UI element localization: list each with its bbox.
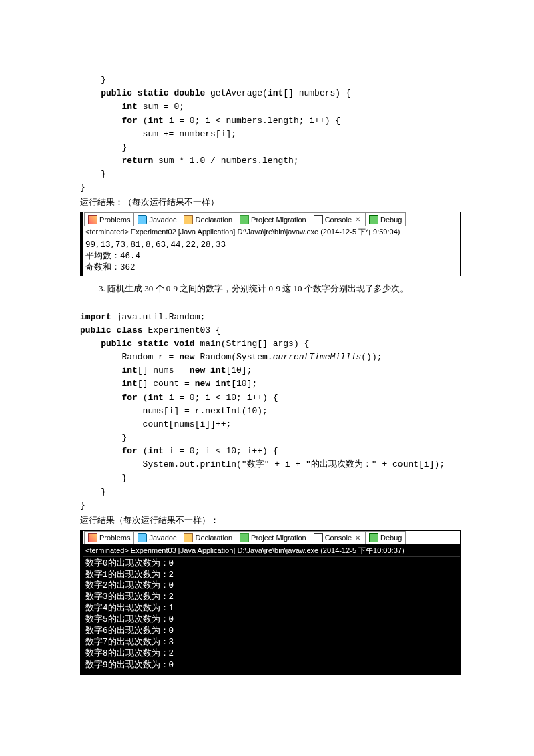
tab-label: Problems	[99, 534, 130, 542]
problems-icon	[88, 215, 97, 224]
tab-console[interactable]: Console✕	[310, 212, 366, 226]
tab-label: Javadoc	[149, 216, 176, 224]
console-panel-2: Problems Javadoc Declaration Project Mig…	[80, 530, 461, 675]
tab-label: Declaration	[195, 216, 232, 224]
code-line: int[] count = new int[10];	[80, 379, 257, 389]
problem-3-description: 3. 随机生成 30 个 0-9 之间的数字，分别统计 0-9 这 10 个数字…	[80, 282, 461, 296]
tab-console[interactable]: Console✕	[310, 531, 366, 544]
result-caption-1: 运行结果：（每次运行结果不一样）	[80, 196, 461, 210]
debug-icon	[369, 215, 378, 224]
tab-debug[interactable]: Debug	[366, 531, 406, 544]
tab-declaration[interactable]: Declaration	[180, 212, 236, 226]
tab-project-migration[interactable]: Project Migration	[236, 531, 310, 544]
declaration-icon	[184, 533, 193, 542]
project-icon	[240, 533, 249, 542]
console-icon	[314, 533, 323, 542]
tab-label: Console	[325, 216, 352, 224]
tab-label: Declaration	[195, 534, 232, 542]
tab-label: Debug	[380, 216, 402, 224]
debug-icon	[369, 533, 378, 542]
code-line: System.out.println("数字" + i + "的出现次数为：" …	[80, 459, 445, 469]
tab-javadoc[interactable]: Javadoc	[134, 531, 180, 544]
code-line: count[nums[i]]++;	[80, 419, 231, 429]
code-block-1: } public static double getAverage(int[] …	[80, 60, 461, 194]
code-line: }	[80, 473, 127, 483]
code-line: public static void main(String[] args) {	[80, 339, 309, 349]
problems-icon	[88, 533, 97, 542]
code-line: int sum = 0;	[80, 102, 184, 112]
tab-label: Console	[325, 534, 352, 542]
project-icon	[240, 215, 249, 224]
close-icon[interactable]: ✕	[354, 534, 362, 542]
eclipse-tabs: Problems Javadoc Declaration Project Mig…	[83, 531, 460, 545]
console-icon	[314, 215, 323, 224]
document-page: } public static double getAverage(int[] …	[0, 0, 534, 707]
code-line: public static double getAverage(int[] nu…	[80, 88, 351, 98]
code-line: }	[80, 500, 85, 510]
code-line: }	[80, 433, 127, 443]
console-panel-1: Problems Javadoc Declaration Project Mig…	[80, 212, 461, 276]
javadoc-icon	[138, 533, 147, 542]
eclipse-tabs: Problems Javadoc Declaration Project Mig…	[83, 212, 460, 226]
tab-debug[interactable]: Debug	[366, 212, 406, 226]
console-output: 99,13,73,81,8,63,44,22,28,33 平均数：46.4 奇数…	[83, 238, 460, 276]
code-line: sum += numbers[i];	[80, 129, 236, 139]
code-block-2: import java.util.Random; public class Ex…	[80, 297, 461, 512]
tab-declaration[interactable]: Declaration	[180, 531, 236, 544]
tab-javadoc[interactable]: Javadoc	[134, 212, 180, 226]
terminated-line: <terminated> Experiment02 [Java Applicat…	[83, 226, 460, 238]
declaration-icon	[184, 215, 193, 224]
code-line: return sum * 1.0 / numbers.length;	[80, 156, 299, 166]
code-line: for (int i = 0; i < numbers.length; i++)…	[80, 116, 340, 126]
code-line: import java.util.Random;	[80, 312, 205, 322]
code-line: }	[80, 75, 106, 85]
code-line: int[] nums = new int[10];	[80, 365, 252, 375]
result-caption-2: 运行结果（每次运行结果不一样）：	[80, 514, 461, 528]
tab-label: Debug	[380, 534, 402, 542]
code-line: nums[i] = r.nextInt(10);	[80, 406, 268, 416]
code-line: }	[80, 487, 106, 497]
tab-problems[interactable]: Problems	[84, 212, 134, 226]
code-line: }	[80, 182, 85, 192]
console-output: 数字0的出现次数为：0 数字1的出现次数为：2 数字2的出现次数为：0 数字3的…	[83, 557, 460, 674]
code-line: public class Experiment03 {	[80, 325, 221, 335]
code-line: for (int i = 0; i < 10; i++) {	[80, 446, 278, 456]
tab-label: Project Migration	[251, 216, 306, 224]
code-line: Random r = new Random(System.currentTime…	[80, 352, 382, 362]
close-icon[interactable]: ✕	[354, 216, 362, 223]
terminated-line: <terminated> Experiment03 [Java Applicat…	[83, 545, 460, 557]
code-line: }	[80, 142, 127, 152]
javadoc-icon	[138, 215, 147, 224]
tab-label: Javadoc	[149, 534, 176, 542]
tab-label: Project Migration	[251, 534, 306, 542]
tab-label: Problems	[99, 216, 130, 224]
tab-project-migration[interactable]: Project Migration	[236, 212, 310, 226]
code-line: for (int i = 0; i < 10; i++) {	[80, 393, 278, 403]
code-line: }	[80, 169, 106, 179]
tab-problems[interactable]: Problems	[84, 531, 134, 544]
